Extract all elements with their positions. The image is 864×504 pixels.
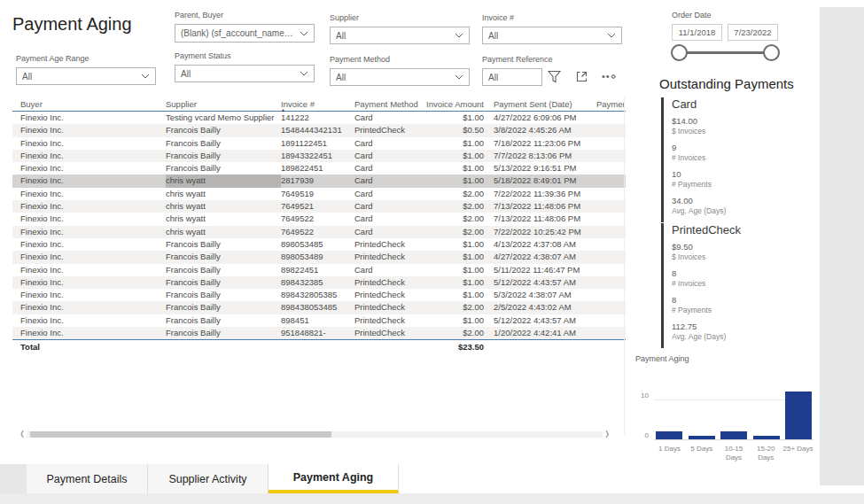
section-title: PrintedCheck bbox=[672, 223, 812, 236]
column-header[interactable]: Payment Method bbox=[354, 97, 425, 111]
payment-age-range-dropdown[interactable]: All bbox=[16, 67, 156, 85]
table-horizontal-scrollbar[interactable]: ❬ ❭ bbox=[18, 430, 611, 438]
table-row[interactable]: Finexio Inc.chris wyatt7649522Card$2.007… bbox=[12, 213, 626, 225]
table-row[interactable]: Finexio Inc.Francois Bailly898053489Prin… bbox=[12, 251, 626, 263]
gridline bbox=[654, 439, 813, 440]
table-cell: Francois Bailly bbox=[166, 301, 281, 314]
table-row[interactable]: Finexio Inc.Francois Bailly1548444342131… bbox=[12, 124, 626, 136]
chevron-down-icon bbox=[455, 33, 463, 38]
payment-method-label: Payment Method bbox=[330, 55, 390, 64]
table-row[interactable]: Finexio Inc.Francois Bailly18943322451Ca… bbox=[12, 150, 626, 162]
table-row[interactable]: Finexio Inc.Francois Bailly189822451Card… bbox=[12, 162, 626, 174]
table-cell: Finexio Inc. bbox=[20, 238, 166, 251]
total-label: Total bbox=[20, 340, 166, 353]
table-cell: 5/11/2022 11:46:47 PM bbox=[484, 264, 596, 276]
table-cell: PrintedCheck bbox=[354, 124, 425, 136]
table-cell: Finexio Inc. bbox=[20, 162, 166, 174]
table-cell: chris wyatt bbox=[166, 200, 281, 213]
payment-method-dropdown[interactable]: All bbox=[330, 68, 470, 86]
table-cell: Finexio Inc. bbox=[20, 251, 166, 263]
table-row[interactable]: Finexio Inc.chris wyatt2817939Card$1.005… bbox=[12, 174, 626, 187]
column-header[interactable]: Invoice Amount bbox=[425, 97, 484, 111]
scroll-left-icon[interactable]: ❬ bbox=[18, 430, 27, 438]
chart-bar[interactable] bbox=[720, 431, 747, 439]
table-row[interactable]: Finexio Inc.chris wyatt7649522Card$2.007… bbox=[12, 226, 626, 238]
table-cell: 898053485 bbox=[281, 238, 354, 251]
outstanding-section-printedcheck: PrintedCheck$9.50$ Invoices8# Invoices8#… bbox=[661, 223, 812, 348]
scrollbar-track[interactable] bbox=[27, 431, 603, 438]
table-cell: Francois Bailly bbox=[166, 124, 281, 136]
page-tab-bar: Payment DetailsSupplier ActivityPayment … bbox=[0, 464, 820, 493]
chart-bar[interactable] bbox=[785, 392, 812, 439]
chart-bar[interactable] bbox=[656, 431, 682, 439]
tab-payment-aging[interactable]: Payment Aging bbox=[269, 464, 399, 493]
table-cell: 7649522 bbox=[281, 213, 354, 225]
payment-age-range-label: Payment Age Range bbox=[16, 54, 90, 63]
y-axis-tick: 0 bbox=[633, 431, 649, 439]
total-cell bbox=[484, 340, 596, 353]
order-date-start-value: 11/1/2018 bbox=[679, 27, 716, 37]
metric-value: $14.00 bbox=[672, 116, 812, 127]
payment-reference-dropdown[interactable]: All bbox=[482, 68, 542, 86]
table-cell: Francois Bailly bbox=[166, 276, 281, 289]
scrollbar-thumb[interactable] bbox=[30, 431, 331, 438]
funnel-icon[interactable] bbox=[547, 69, 562, 84]
parent-buyer-dropdown[interactable]: (Blank) (sf_account_name) + Fi... bbox=[175, 24, 315, 43]
chart-bar[interactable] bbox=[753, 436, 780, 440]
date-slider-track[interactable] bbox=[679, 51, 774, 54]
payments-table: BuyerSupplier▲Invoice #Payment MethodInv… bbox=[12, 97, 626, 353]
table-cell: PrintedCheck bbox=[354, 289, 425, 301]
table-row[interactable]: Finexio Inc.Francois Bailly898432385Prin… bbox=[12, 276, 626, 289]
focus-mode-icon[interactable] bbox=[574, 69, 589, 84]
table-row[interactable]: Finexio Inc.Francois Bailly1891122451Car… bbox=[12, 137, 626, 150]
table-cell: 1891122451 bbox=[281, 137, 354, 150]
table-cell: 7/22/2022 10:25:42 PM bbox=[484, 226, 596, 238]
column-header[interactable]: Paymen bbox=[596, 97, 624, 111]
chart-bar[interactable] bbox=[689, 436, 715, 440]
table-row[interactable]: Finexio Inc.Francois Bailly951848821-Pri… bbox=[12, 327, 626, 339]
table-cell: 7/7/2022 8:13:06 PM bbox=[484, 150, 596, 162]
supplier-dropdown[interactable]: All bbox=[330, 27, 470, 44]
sort-ascending-icon: ▲ bbox=[281, 108, 285, 112]
chart-bars bbox=[656, 386, 812, 439]
table-cell: 2817939 bbox=[281, 174, 354, 187]
table-cell: chris wyatt bbox=[166, 226, 281, 238]
column-header[interactable]: Supplier bbox=[166, 97, 281, 111]
chevron-down-icon bbox=[455, 74, 463, 80]
date-slider-handle-left[interactable] bbox=[671, 44, 688, 61]
date-slider-handle-right[interactable] bbox=[763, 44, 780, 61]
table-cell: Card bbox=[354, 150, 425, 162]
table-cell: 5/12/2022 4:43:57 AM bbox=[484, 276, 596, 289]
table-row[interactable]: Finexio Inc.Francois Bailly898432805385P… bbox=[12, 289, 626, 301]
more-options-icon[interactable]: ••⋄ bbox=[602, 71, 618, 82]
table-row[interactable]: Finexio Inc.Testing vcard Memo Supplier1… bbox=[12, 112, 626, 124]
tab-supplier-activity[interactable]: Supplier Activity bbox=[148, 464, 269, 493]
chevron-down-icon bbox=[141, 74, 150, 79]
table-cell: Francois Bailly bbox=[166, 150, 281, 162]
parent-buyer-value: (Blank) (sf_account_name) + Fi... bbox=[181, 28, 296, 38]
table-row[interactable]: Finexio Inc.Francois Bailly89822451Card$… bbox=[12, 264, 626, 276]
scroll-right-icon[interactable]: ❭ bbox=[603, 430, 611, 438]
table-row[interactable]: Finexio Inc.Francois Bailly898053485Prin… bbox=[12, 238, 626, 251]
order-date-start-input[interactable]: 11/1/2018 bbox=[672, 24, 722, 41]
table-row[interactable]: Finexio Inc.Francois Bailly898438053485P… bbox=[12, 301, 626, 314]
table-cell bbox=[596, 238, 624, 251]
tab-payment-details[interactable]: Payment Details bbox=[27, 464, 148, 493]
metric-value: 9 bbox=[672, 143, 812, 153]
table-row[interactable]: Finexio Inc.chris wyatt7649521Card$2.007… bbox=[12, 200, 626, 213]
table-cell: Card bbox=[354, 213, 425, 225]
table-cell: $2.00 bbox=[425, 200, 484, 213]
table-cell: Finexio Inc. bbox=[20, 174, 166, 187]
order-date-end-input[interactable]: 7/23/2022 bbox=[728, 24, 778, 41]
table-cell: $1.00 bbox=[425, 162, 484, 174]
column-header[interactable]: Payment Sent (Date) bbox=[484, 97, 596, 111]
column-header[interactable]: Invoice # bbox=[281, 97, 354, 111]
column-header[interactable]: Buyer bbox=[20, 97, 166, 111]
table-row[interactable]: Finexio Inc.chris wyatt7649519Card$2.007… bbox=[12, 188, 626, 200]
payment-status-dropdown[interactable]: All bbox=[175, 65, 315, 82]
table-cell: 5/12/2022 4:43:57 AM bbox=[484, 314, 596, 327]
table-cell bbox=[596, 301, 624, 314]
table-row[interactable]: Finexio Inc.Francois Bailly898451Printed… bbox=[12, 314, 626, 327]
invoice-dropdown[interactable]: All bbox=[482, 27, 622, 44]
table-cell: $2.00 bbox=[425, 213, 484, 225]
